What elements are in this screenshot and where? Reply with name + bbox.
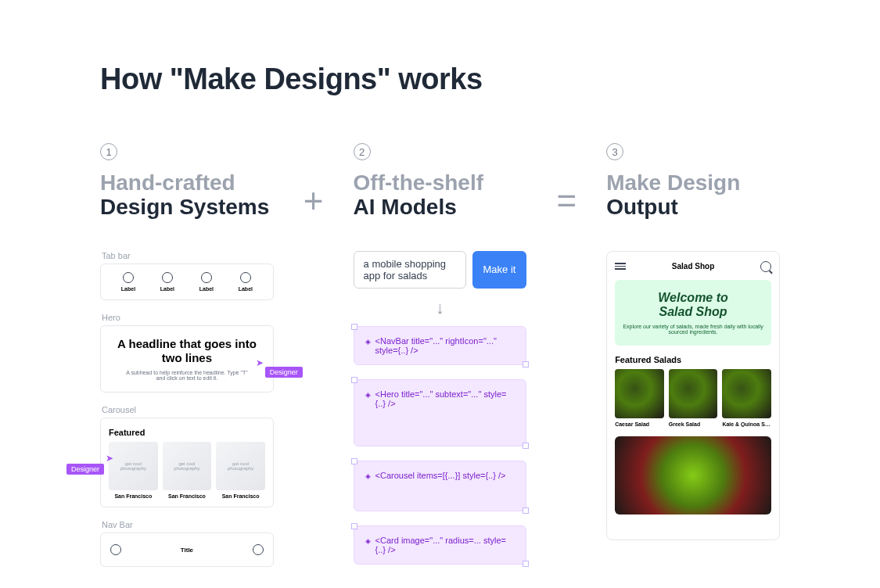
col-output: 3 Make Design Output Salad Shop Welcome … xyxy=(606,143,780,540)
carousel-caption: San Francisco xyxy=(168,493,206,499)
featured-caption: Kale & Quinoa Salad xyxy=(722,421,771,427)
carousel-item: get cool photographySan Francisco xyxy=(216,442,265,500)
carousel-item: get cool photographySan Francisco xyxy=(163,442,212,500)
salad-hero-image xyxy=(615,436,771,514)
step-badge-3: 3 xyxy=(606,143,623,160)
welcome-line2: Salad Shop xyxy=(659,305,727,318)
step-3-line2: Output xyxy=(606,195,678,219)
diamond-icon: ◈ xyxy=(365,336,371,355)
step-1-line1: Hand-crafted xyxy=(100,170,235,195)
step-1-line2: Design Systems xyxy=(100,195,269,219)
tab-label: Label xyxy=(121,286,135,292)
hamburger-icon[interactable] xyxy=(615,263,626,270)
tab-label: Label xyxy=(239,286,253,292)
step-3-line1: Make Design xyxy=(606,170,740,195)
component-carousel: Featured get cool photographySan Francis… xyxy=(100,418,274,508)
placeholder-image-icon: get cool photography xyxy=(109,442,158,491)
columns: 1 Hand-crafted Design Systems Tab bar La… xyxy=(100,143,780,579)
code-text: <Card image="..." radius=... style={..} … xyxy=(375,536,515,554)
equals-icon: = xyxy=(556,143,576,218)
app-title: Salad Shop xyxy=(672,262,714,271)
tab-icon xyxy=(123,272,134,283)
welcome-subtext: Explore our variety of salads, made fres… xyxy=(623,324,763,335)
designer-badge: Designer xyxy=(265,367,303,378)
diamond-icon: ◈ xyxy=(365,389,371,408)
placeholder-image-icon: get cool photography xyxy=(163,442,212,491)
step-heading-3: Make Design Output xyxy=(606,171,780,220)
prompt-input[interactable]: a mobile shopping app for salads xyxy=(354,251,466,289)
cursor-icon: ➤ xyxy=(106,453,113,464)
component-tab-bar: Label Label Label Label xyxy=(100,264,274,300)
tab-item: Label xyxy=(239,272,253,292)
step-heading-2: Off-the-shelf AI Models xyxy=(354,171,527,220)
arrow-down-icon: ↓ xyxy=(354,298,527,318)
step-heading-1: Hand-crafted Design Systems xyxy=(100,171,274,220)
carousel-caption: San Francisco xyxy=(114,493,152,499)
salad-image xyxy=(669,369,718,418)
step-2-line1: Off-the-shelf xyxy=(354,170,483,195)
featured-caption: Greek Salad xyxy=(669,421,718,427)
tab-icon xyxy=(162,272,173,283)
step-badge-1: 1 xyxy=(100,143,117,160)
tab-item: Label xyxy=(160,272,174,292)
tab-item: Label xyxy=(199,272,214,292)
code-block-card: ◈<Card image="..." radius=... style={..}… xyxy=(354,525,527,565)
hero-banner: Welcome to Salad Shop Explore our variet… xyxy=(615,280,771,346)
page-title: How "Make Designs" works xyxy=(100,63,780,96)
salad-image xyxy=(722,369,771,418)
hero-subhead: A subhead to help reinforce the headline… xyxy=(121,370,253,381)
nav-title: Title xyxy=(181,547,193,554)
featured-item[interactable]: Kale & Quinoa Salad xyxy=(722,369,771,427)
search-icon[interactable] xyxy=(760,261,771,272)
tab-label: Label xyxy=(199,286,214,292)
featured-item[interactable]: Caesar Salad xyxy=(615,369,664,427)
placeholder-image-icon: get cool photography xyxy=(216,442,265,491)
welcome-line1: Welcome to xyxy=(658,291,728,304)
col-design-systems: 1 Hand-crafted Design Systems Tab bar La… xyxy=(100,143,274,567)
tab-item: Label xyxy=(121,272,135,292)
diamond-icon: ◈ xyxy=(365,471,371,482)
label-tab-bar: Tab bar xyxy=(102,251,274,260)
hero-headline: A headline that goes into two lines xyxy=(109,337,265,365)
nav-left-icon xyxy=(110,544,121,555)
label-carousel: Carousel xyxy=(102,405,274,414)
code-block-carousel: ◈<Carousel items=[{...}] style={..} /> xyxy=(354,461,527,511)
carousel-item: get cool photographySan Francisco xyxy=(109,442,158,500)
step-2-line2: AI Models xyxy=(354,195,457,219)
col-ai-models: 2 Off-the-shelf AI Models a mobile shopp… xyxy=(354,143,527,579)
component-nav-bar: Title xyxy=(100,532,274,567)
cursor-icon: ➤ xyxy=(256,357,264,368)
code-text: <Carousel items=[{...}] style={..} /> xyxy=(375,471,506,482)
code-block-hero: ◈<Hero title="..." subtext="..." style={… xyxy=(354,379,527,446)
tab-label: Label xyxy=(160,286,174,292)
nav-right-icon xyxy=(253,544,264,555)
carousel-title: Featured xyxy=(109,428,265,437)
featured-item[interactable]: Greek Salad xyxy=(669,369,718,427)
featured-caption: Caesar Salad xyxy=(615,421,664,427)
label-hero: Hero xyxy=(102,313,274,322)
diamond-icon: ◈ xyxy=(365,536,371,554)
tab-icon xyxy=(240,272,251,283)
designer-badge: Designer xyxy=(66,464,104,475)
label-nav-bar: Nav Bar xyxy=(102,520,274,529)
component-hero: A headline that goes into two lines A su… xyxy=(100,325,274,393)
output-mockup: Salad Shop Welcome to Salad Shop Explore… xyxy=(606,251,780,540)
code-block-navbar: ◈<NavBar title="..." rightIcon="..." sty… xyxy=(354,326,527,365)
code-text: <NavBar title="..." rightIcon="..." styl… xyxy=(375,336,515,355)
salad-image xyxy=(615,369,664,418)
tab-icon xyxy=(201,272,212,283)
step-badge-2: 2 xyxy=(354,143,371,160)
carousel-caption: San Francisco xyxy=(222,493,260,499)
make-it-button[interactable]: Make it xyxy=(472,251,527,289)
plus-icon: + xyxy=(304,143,324,218)
featured-heading: Featured Salads xyxy=(615,355,771,364)
code-text: <Hero title="..." subtext="..." style={.… xyxy=(375,389,515,408)
